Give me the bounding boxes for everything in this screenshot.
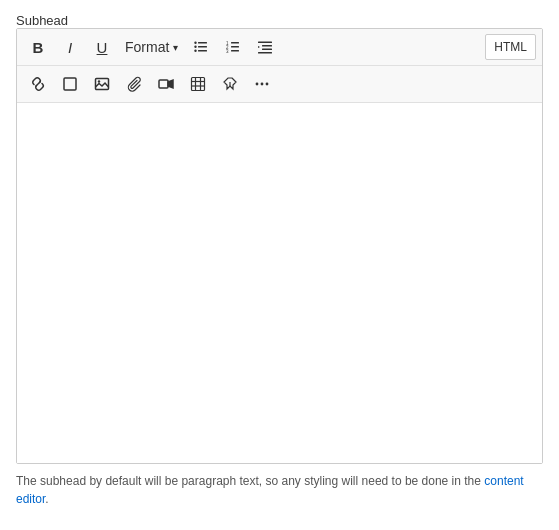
table-icon [190, 76, 206, 92]
html-button[interactable]: HTML [485, 34, 536, 60]
editor-container: B I U Format ▾ 1 2 [16, 28, 543, 464]
svg-marker-16 [258, 46, 260, 48]
svg-point-3 [195, 42, 197, 44]
svg-point-5 [195, 50, 197, 52]
more-button[interactable] [247, 70, 277, 98]
italic-button[interactable]: I [55, 33, 85, 61]
svg-point-30 [261, 83, 264, 86]
svg-line-17 [36, 82, 41, 87]
video-camera-icon [158, 76, 174, 92]
indent-button[interactable] [250, 33, 280, 61]
unordered-list-button[interactable] [186, 33, 216, 61]
svg-rect-18 [64, 78, 76, 90]
unordered-list-icon [193, 39, 209, 55]
footer-text: The subhead by default will be paragraph… [16, 472, 543, 508]
subhead-label: Subhead [16, 13, 68, 28]
svg-rect-13 [262, 45, 272, 47]
paperclip-icon [126, 76, 142, 92]
svg-rect-7 [231, 46, 239, 48]
link-icon [30, 76, 46, 92]
anchor-button[interactable] [215, 70, 245, 98]
ordered-list-icon: 1 2 3 [225, 39, 241, 55]
svg-marker-22 [168, 80, 173, 88]
toolbar-row-1: B I U Format ▾ 1 2 [17, 29, 542, 66]
svg-rect-2 [198, 50, 207, 52]
bold-button[interactable]: B [23, 33, 53, 61]
svg-rect-15 [258, 52, 272, 54]
footer-text-after-link: . [45, 492, 48, 506]
svg-point-20 [98, 80, 100, 82]
svg-rect-0 [198, 42, 207, 44]
svg-point-31 [266, 83, 269, 86]
svg-point-4 [195, 46, 197, 48]
image-button[interactable] [87, 70, 117, 98]
video-button[interactable] [151, 70, 181, 98]
image-icon [94, 76, 110, 92]
indent-icon [257, 39, 273, 55]
svg-rect-21 [159, 80, 168, 88]
svg-rect-12 [258, 42, 272, 44]
format-label: Format [125, 39, 169, 55]
format-arrow-icon: ▾ [173, 42, 178, 53]
pin-icon [222, 76, 238, 92]
ellipsis-icon [254, 76, 270, 92]
ordered-list-button[interactable]: 1 2 3 [218, 33, 248, 61]
svg-text:3: 3 [226, 49, 229, 54]
svg-rect-14 [262, 49, 272, 51]
svg-rect-1 [198, 46, 207, 48]
svg-point-29 [256, 83, 259, 86]
editor-area[interactable] [17, 103, 542, 463]
toolbar-row-2 [17, 66, 542, 103]
svg-rect-8 [231, 50, 239, 52]
footer-text-before-link: The subhead by default will be paragraph… [16, 474, 484, 488]
underline-button[interactable]: U [87, 33, 117, 61]
format-dropdown[interactable]: Format ▾ [119, 33, 184, 61]
attachment-button[interactable] [119, 70, 149, 98]
link-button[interactable] [23, 70, 53, 98]
svg-rect-23 [192, 78, 205, 91]
table-button[interactable] [183, 70, 213, 98]
box-button[interactable] [55, 70, 85, 98]
svg-rect-6 [231, 42, 239, 44]
box-icon [62, 76, 78, 92]
